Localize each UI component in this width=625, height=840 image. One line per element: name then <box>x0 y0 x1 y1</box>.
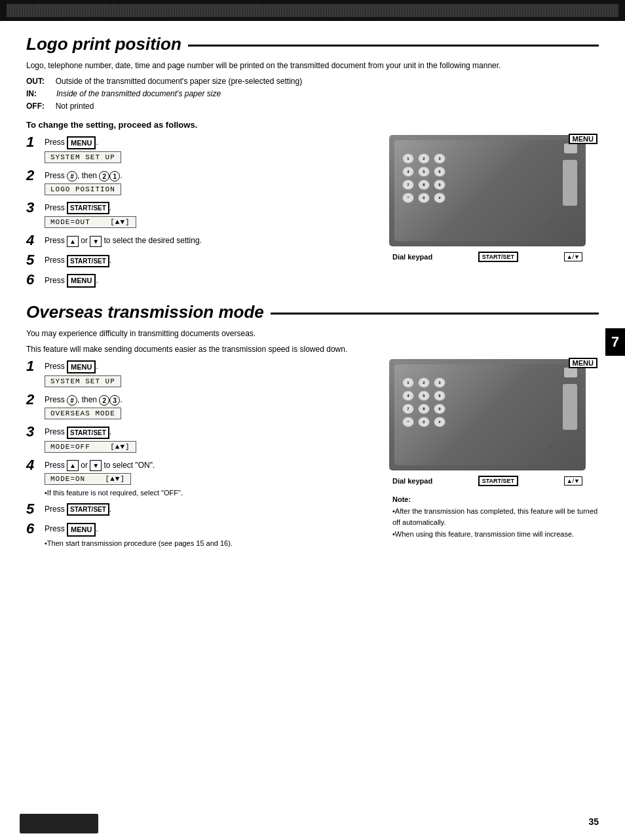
section1-title-line <box>188 45 599 47</box>
section2-title-line <box>271 313 599 315</box>
key-star: * <box>402 193 414 203</box>
lcd-mode-out: MODE=OUT [▲▼] <box>45 216 136 228</box>
step-2-5: 5 Press START/SET. <box>26 502 379 516</box>
diagram1-legend: Dial keypad START/SET ▲/▼ <box>389 252 586 262</box>
section1-off: OFF: Not printed <box>26 100 599 113</box>
section1-change-header: To change the setting, proceed as follow… <box>26 120 599 130</box>
dial-keypad-label-2: Dial keypad <box>392 477 432 485</box>
lcd-logo-position: LOGO POSITION <box>45 183 121 195</box>
key2-0: 0 <box>418 417 430 427</box>
section-number-tab: 7 <box>605 328 625 356</box>
step-2-6: 6 Press MENU. •Then start transmission p… <box>26 522 379 547</box>
lcd-mode-on: MODE=ON [▲▼] <box>45 473 131 485</box>
step-1-5: 5 Press START/SET. <box>26 253 379 267</box>
hash-button-ref-1: # <box>67 171 77 181</box>
step-1-6: 6 Press MENU. <box>26 273 379 288</box>
key2-3: 3 <box>434 377 445 388</box>
num3-button-s2: 3 <box>109 395 120 406</box>
start-set-s2-1: START/SET <box>67 427 109 439</box>
section-overseas: 7 Overseas transmission mode You may exp… <box>26 302 599 552</box>
diagram-device-2: 1 2 3 4 5 6 7 8 9 * <box>389 359 586 470</box>
num2-button-1: 2 <box>99 171 109 181</box>
key2-6: 6 <box>434 391 445 401</box>
note-line-2: •When using this feature, transmission t… <box>392 529 599 540</box>
key2-4: 4 <box>402 391 414 401</box>
menu-button-s2-1: MENU <box>67 360 96 374</box>
key2-1: 1 <box>402 377 414 388</box>
step-2-1: 1 Press MENU. SYSTEM SET UP <box>26 359 379 388</box>
num2-button-s2: 2 <box>99 395 109 406</box>
section1-in: IN: Inside of the transmitted document's… <box>26 88 599 100</box>
top-bar-texture <box>7 4 618 17</box>
key-6: 6 <box>434 166 445 177</box>
num1-button-1: 1 <box>109 171 120 181</box>
lcd-mode-off: MODE=OFF [▲▼] <box>45 441 136 453</box>
section1-diagram: MENU 1 2 3 <box>389 135 599 293</box>
menu-button-ref-2: MENU <box>67 274 96 288</box>
step-2-3: 3 Press START/SET. MODE=OFF [▲▼] <box>26 425 379 452</box>
start-set-s2-2: START/SET <box>67 503 109 516</box>
step-1-4: 4 Press ▲ or ▼ to select the desired set… <box>26 233 379 248</box>
start-set-button-ref-2: START/SET <box>67 255 109 267</box>
lcd-system-set-up-1: SYSTEM SET UP <box>45 151 121 163</box>
key-3: 3 <box>434 153 445 164</box>
start-set-button-ref-1: START/SET <box>67 202 109 214</box>
step-2-4-bullet: •If this feature is not required, select… <box>45 489 379 497</box>
step-1-2: 2 Press #, then 21. LOGO POSITION <box>26 168 379 195</box>
startset-legend-1: START/SET <box>478 252 518 262</box>
key-7: 7 <box>402 180 414 190</box>
diagram2-legend: Dial keypad START/SET ▲/▼ <box>389 476 586 486</box>
section1-title: Logo print position <box>26 34 599 54</box>
arrow-down-s2: ▼ <box>90 460 102 471</box>
key2-7: 7 <box>402 404 414 414</box>
diagram-menu-label-2: MENU <box>569 358 597 368</box>
key-0: 0 <box>418 193 430 203</box>
page-number: 35 <box>588 816 599 827</box>
arrow-legend-2: ▲/▼ <box>564 476 582 486</box>
key2-2: 2 <box>418 377 430 388</box>
section1-out: OUT: Outside of the transmitted document… <box>26 75 599 88</box>
key-hash: # <box>434 193 445 203</box>
menu-button-ref: MENU <box>67 136 96 150</box>
key-8: 8 <box>418 180 430 190</box>
diagram-device-1: 1 2 3 4 5 6 7 8 9 * <box>389 135 586 246</box>
section2-steps: 1 Press MENU. SYSTEM SET UP 2 Press #, t… <box>26 359 379 552</box>
top-bar <box>0 0 625 21</box>
section2-intro2: This feature will make sending documents… <box>26 343 599 355</box>
step-2-2: 2 Press #, then 23. OVERSEAS MODE <box>26 392 379 419</box>
note-section: Note: •After the transmission has comple… <box>389 494 599 540</box>
step-2-4: 4 Press ▲ or ▼ to select "ON". MODE=ON [… <box>26 458 379 497</box>
section2-title: Overseas transmission mode <box>26 302 599 322</box>
key-2: 2 <box>418 153 430 164</box>
section-logo-print: Logo print position Logo, telephone numb… <box>26 34 599 293</box>
bottom-bar-decoration <box>20 814 98 833</box>
lcd-system-set-up-2: SYSTEM SET UP <box>45 375 121 387</box>
section1-intro: Logo, telephone number, date, time and p… <box>26 60 599 71</box>
key2-hash: # <box>434 417 445 427</box>
key2-5: 5 <box>418 391 430 401</box>
key-4: 4 <box>402 166 414 177</box>
note-title: Note: <box>392 494 599 505</box>
diagram-menu-label-1: MENU <box>569 134 597 144</box>
step-2-6-bullet: •Then start transmission procedure (see … <box>45 539 379 547</box>
dial-keypad-label-1: Dial keypad <box>392 253 432 261</box>
lcd-overseas-mode: OVERSEAS MODE <box>45 408 121 419</box>
startset-legend-2: START/SET <box>478 476 518 486</box>
key2-star: * <box>402 417 414 427</box>
key2-9: 9 <box>434 404 445 414</box>
arrow-up-ref-1: ▲ <box>67 236 79 247</box>
key-9: 9 <box>434 180 445 190</box>
arrow-legend-1: ▲/▼ <box>564 252 582 261</box>
key-1: 1 <box>402 153 414 164</box>
step-1-3: 3 Press START/SET. MODE=OUT [▲▼] <box>26 200 379 228</box>
key-5: 5 <box>418 166 430 177</box>
section2-diagram: MENU 1 2 3 4 <box>389 359 599 552</box>
section2-intro1: You may experience difficulty in transmi… <box>26 328 599 339</box>
arrow-up-s2: ▲ <box>67 460 79 471</box>
menu-button-s2-6: MENU <box>67 523 96 537</box>
section1-steps: 1 Press MENU. SYSTEM SET UP 2 Press #, t… <box>26 135 379 293</box>
key2-8: 8 <box>418 404 430 414</box>
note-line-1: •After the transmission has completed, t… <box>392 506 599 527</box>
hash-button-s2: # <box>67 395 77 406</box>
arrow-down-ref-1: ▼ <box>90 236 102 247</box>
